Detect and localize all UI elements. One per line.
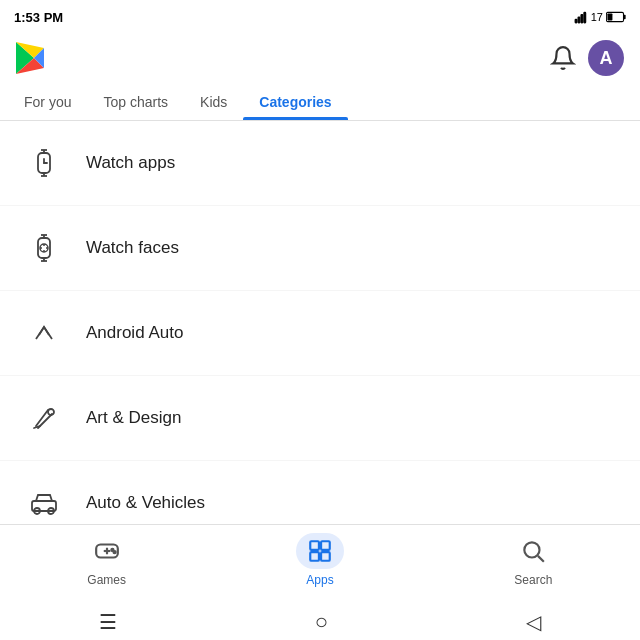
- apps-nav-label: Apps: [306, 573, 333, 587]
- tab-kids[interactable]: Kids: [184, 84, 243, 120]
- notification-icon[interactable]: [550, 45, 576, 71]
- apps-nav-icon: [296, 533, 344, 569]
- svg-rect-3: [584, 12, 586, 22]
- nav-tabs: For you Top charts Kids Categories: [0, 84, 640, 121]
- category-label: Art & Design: [86, 408, 181, 428]
- avatar[interactable]: A: [588, 40, 624, 76]
- signal-icon: [574, 10, 588, 24]
- svg-rect-32: [32, 501, 56, 511]
- watch-faces-icon: [20, 224, 68, 272]
- category-label: Watch faces: [86, 238, 179, 258]
- tab-for-you[interactable]: For you: [8, 84, 87, 120]
- home-icon[interactable]: ○: [315, 609, 328, 635]
- svg-rect-51: [321, 552, 330, 561]
- games-nav-icon: [83, 533, 131, 569]
- category-label: Android Auto: [86, 323, 183, 343]
- tab-top-charts[interactable]: Top charts: [87, 84, 184, 120]
- list-item[interactable]: Watch faces: [0, 206, 640, 291]
- android-auto-icon: [20, 309, 68, 357]
- svg-rect-48: [310, 541, 319, 550]
- svg-rect-49: [321, 541, 330, 550]
- watch-apps-icon: [20, 139, 68, 187]
- list-item[interactable]: Watch apps: [0, 121, 640, 206]
- header-icons: A: [550, 40, 624, 76]
- svg-point-47: [113, 551, 115, 553]
- search-nav-icon: [509, 533, 557, 569]
- status-time: 1:53 PM: [14, 10, 63, 25]
- search-nav-label: Search: [514, 573, 552, 587]
- bottom-nav-apps[interactable]: Apps: [280, 533, 360, 587]
- svg-rect-0: [575, 19, 577, 23]
- list-item[interactable]: Art & Design: [0, 376, 640, 461]
- list-item[interactable]: Android Auto: [0, 291, 640, 376]
- svg-rect-1: [578, 17, 580, 23]
- svg-point-52: [525, 542, 540, 557]
- auto-vehicles-icon: [20, 479, 68, 527]
- svg-point-30: [48, 409, 54, 415]
- svg-rect-2: [581, 15, 583, 23]
- svg-line-53: [538, 556, 544, 562]
- tab-categories[interactable]: Categories: [243, 84, 347, 120]
- system-bar: ☰ ○ ◁: [0, 604, 640, 640]
- hamburger-icon[interactable]: ☰: [99, 610, 117, 634]
- bottom-nav-search[interactable]: Search: [493, 533, 573, 587]
- status-icons: 17: [574, 10, 626, 24]
- category-label: Watch apps: [86, 153, 175, 173]
- header: A: [0, 32, 640, 84]
- svg-rect-6: [624, 15, 626, 19]
- battery-text: 17: [591, 11, 603, 23]
- category-label: Auto & Vehicles: [86, 493, 205, 513]
- battery-icon: [606, 11, 626, 23]
- status-bar: 1:53 PM 17: [0, 0, 640, 32]
- back-icon[interactable]: ◁: [526, 610, 541, 634]
- bottom-nav: Games Apps Search: [0, 524, 640, 604]
- games-nav-label: Games: [87, 573, 126, 587]
- art-design-icon: [20, 394, 68, 442]
- play-store-logo: [12, 38, 52, 78]
- svg-rect-5: [607, 13, 612, 20]
- svg-rect-50: [310, 552, 319, 561]
- bottom-nav-games[interactable]: Games: [67, 533, 147, 587]
